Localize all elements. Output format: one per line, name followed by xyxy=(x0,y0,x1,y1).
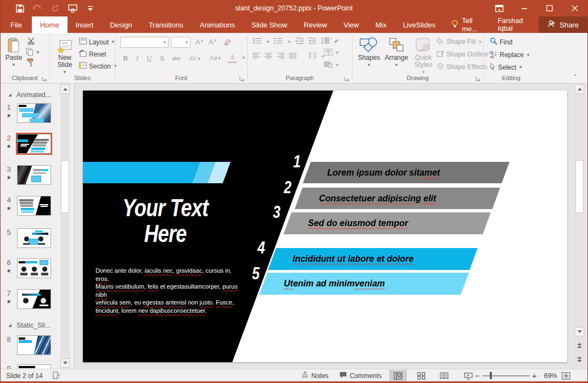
increase-font-size-button[interactable]: A▲ xyxy=(194,38,206,46)
slide-thumbnail-3[interactable] xyxy=(17,165,51,185)
slide-thumbnail-7[interactable] xyxy=(17,289,51,309)
customize-qat-icon[interactable] xyxy=(85,3,95,13)
thumbnail-section-header[interactable]: Animated... xyxy=(8,91,51,99)
slide-body-text[interactable]: Donec ante dolor, iaculis nec, gravidaac… xyxy=(96,267,245,315)
slide-thumbnail-6[interactable] xyxy=(17,258,51,278)
tell-me-box[interactable]: Tell me... xyxy=(444,16,490,33)
next-slide-icon[interactable] xyxy=(575,354,584,364)
slide-thumbnail-2[interactable] xyxy=(17,134,51,154)
font-dialog-launcher[interactable] xyxy=(239,75,245,81)
shape-fill-button[interactable]: Shape Fill▼ xyxy=(436,37,482,46)
close-icon[interactable] xyxy=(562,0,587,16)
select-button[interactable]: Select▼ xyxy=(490,63,523,72)
collapse-ribbon-icon[interactable]: ⌃ xyxy=(573,74,578,80)
increase-indent-icon[interactable] xyxy=(308,37,317,46)
tab-slide-show[interactable]: Slide Show xyxy=(243,16,295,33)
strikethrough-button[interactable]: abc xyxy=(171,55,182,61)
columns-icon[interactable] xyxy=(309,53,316,61)
replace-button[interactable]: abac Replace▼ xyxy=(489,50,530,60)
save-icon[interactable] xyxy=(15,3,25,13)
list-item-bar-3[interactable]: Sed do eiusmod tempor xyxy=(283,212,491,234)
align-left-icon[interactable] xyxy=(253,53,260,61)
sidebar-scroll-down-icon[interactable] xyxy=(60,358,70,368)
reading-view-icon[interactable] xyxy=(435,370,453,381)
italic-button[interactable]: I xyxy=(135,54,140,63)
slide-thumbnail-1[interactable] xyxy=(17,103,51,123)
scroll-thumb[interactable] xyxy=(575,160,584,213)
font-size-combo[interactable]: ▼ xyxy=(171,37,191,48)
text-shadow-button[interactable]: S xyxy=(158,54,165,63)
list-item-bar-4[interactable]: Incididunt ut labore et dolore xyxy=(268,248,478,270)
notes-toggle[interactable]: Notes xyxy=(301,369,328,382)
tab-view[interactable]: View xyxy=(335,16,367,33)
justify-icon[interactable] xyxy=(289,53,296,61)
thumbnail-section-header[interactable]: Static_Sli... xyxy=(8,322,51,329)
clear-formatting-icon[interactable] xyxy=(223,38,232,47)
spell-check-icon[interactable] xyxy=(53,369,60,382)
minimize-icon[interactable] xyxy=(512,0,537,16)
ribbon-display-options-icon[interactable] xyxy=(486,0,512,16)
convert-to-smartart-button[interactable]: ▼ xyxy=(324,60,339,70)
arrange-button[interactable]: Arrange ▼ xyxy=(383,36,410,69)
main-scrollbar[interactable] xyxy=(575,83,584,369)
list-item-bar-5[interactable]: Ut enim ad minim veniam xyxy=(259,273,469,295)
drawing-dialog-launcher[interactable] xyxy=(475,75,481,81)
normal-view-icon[interactable] xyxy=(389,370,407,381)
sidebar-scrollbar[interactable] xyxy=(60,83,70,369)
undo-icon[interactable] xyxy=(32,3,42,13)
character-spacing-button[interactable]: AV▼ xyxy=(187,55,203,61)
tab-animations[interactable]: Animations xyxy=(192,16,243,33)
start-from-beginning-icon[interactable] xyxy=(68,3,77,13)
tab-liveslides[interactable]: LiveSlides xyxy=(395,16,444,33)
zoom-slider-handle[interactable] xyxy=(490,372,492,379)
tab-review[interactable]: Review xyxy=(295,16,335,33)
comments-toggle[interactable]: Comments xyxy=(339,369,382,382)
clipboard-dialog-launcher[interactable] xyxy=(42,75,47,81)
new-slide-button[interactable]: New Slide ▼ xyxy=(53,36,77,76)
font-color-button[interactable]: A xyxy=(228,53,236,63)
format-painter-icon[interactable] xyxy=(26,58,34,68)
zoom-level[interactable]: 69% xyxy=(544,369,557,382)
sidebar-scroll-thumb[interactable] xyxy=(61,160,69,213)
decrease-font-size-button[interactable]: A▼ xyxy=(207,38,219,46)
tab-file[interactable]: File xyxy=(1,16,32,33)
slide-thumbnail-4[interactable] xyxy=(17,196,51,216)
align-text-button[interactable]: ▼ xyxy=(324,48,339,58)
account-user-name[interactable]: Farshad Iqbal xyxy=(490,16,539,33)
font-name-combo[interactable]: ▼ xyxy=(120,37,169,48)
layout-button[interactable]: Layout▼ xyxy=(79,38,115,46)
slide-indicator[interactable]: Slide 2 of 14 xyxy=(6,369,43,382)
zoom-in-button[interactable]: + xyxy=(532,369,537,382)
fit-slide-to-window-icon[interactable] xyxy=(562,369,570,382)
shapes-button[interactable]: Shapes ▼ xyxy=(356,36,382,69)
scroll-down-icon[interactable] xyxy=(575,327,584,336)
zoom-out-button[interactable]: − xyxy=(475,369,480,382)
banner-segment[interactable] xyxy=(83,162,200,183)
sidebar-scroll-up-icon[interactable] xyxy=(60,85,70,94)
decrease-indent-icon[interactable] xyxy=(295,37,304,46)
text-direction-button[interactable]: ▼ xyxy=(324,36,339,46)
find-button[interactable]: Find xyxy=(490,37,512,47)
list-item-bar-1[interactable]: Lorem ipsum dolor sit amet xyxy=(303,162,509,183)
maximize-icon[interactable] xyxy=(537,0,562,16)
slide-sorter-view-icon[interactable] xyxy=(412,370,430,381)
align-right-icon[interactable] xyxy=(277,53,284,61)
bold-button[interactable]: B xyxy=(121,54,130,63)
tab-design[interactable]: Design xyxy=(102,16,140,33)
share-button[interactable]: Share xyxy=(539,16,587,33)
slide-canvas[interactable]: Your TextHere Donec ante dolor, iaculis … xyxy=(83,91,567,362)
scroll-up-icon[interactable] xyxy=(575,85,584,94)
slide-thumbnail-8[interactable] xyxy=(17,335,51,355)
tab-insert[interactable]: Insert xyxy=(68,16,102,33)
redo-icon[interactable] xyxy=(50,3,60,13)
quick-styles-button[interactable]: Quick Styles ▼ xyxy=(411,36,435,76)
numbering-icon[interactable] xyxy=(274,37,283,46)
section-button[interactable]: Section▼ xyxy=(79,62,117,70)
tab-home[interactable]: Home xyxy=(32,16,68,33)
align-center-icon[interactable] xyxy=(265,53,272,61)
tab-mix[interactable]: Mix xyxy=(367,16,395,33)
change-case-button[interactable]: Aa▼ xyxy=(208,54,223,62)
paragraph-dialog-launcher[interactable] xyxy=(344,75,350,81)
slide-thumbnail-5[interactable] xyxy=(17,228,51,248)
tab-transitions[interactable]: Transitions xyxy=(141,16,192,33)
